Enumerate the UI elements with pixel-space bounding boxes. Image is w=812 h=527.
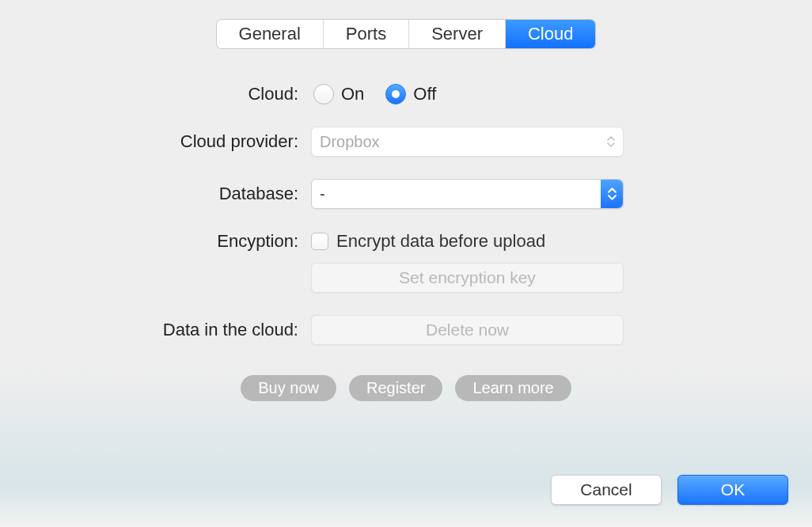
tab-ports[interactable]: Ports <box>324 20 409 48</box>
row-cloud-provider: Cloud provider: Dropbox <box>129 127 683 157</box>
checkbox-box-icon <box>311 233 328 250</box>
radio-on[interactable]: On <box>311 84 364 104</box>
tab-label: General <box>239 24 301 44</box>
database-select[interactable]: - <box>311 179 624 209</box>
label-encryption: Encyption: <box>129 231 311 252</box>
promo-buttons: Buy now Register Learn more <box>129 375 683 401</box>
button-label: Delete now <box>426 320 509 339</box>
row-cloud-toggle: Cloud: On Off <box>129 84 683 104</box>
tab-label: Cloud <box>528 24 573 44</box>
button-label: OK <box>721 480 745 499</box>
radio-on-indicator <box>313 84 334 104</box>
label-cloud-provider: Cloud provider: <box>129 131 311 152</box>
tab-label: Server <box>431 24 483 44</box>
ok-button[interactable]: OK <box>677 475 788 505</box>
learn-more-button[interactable]: Learn more <box>455 375 571 401</box>
button-label: Learn more <box>472 379 553 396</box>
cloud-provider-value: Dropbox <box>320 133 380 151</box>
row-database: Database: - <box>129 179 683 209</box>
tab-label: Ports <box>346 24 386 44</box>
register-button[interactable]: Register <box>349 375 442 401</box>
radio-on-label: On <box>341 84 364 104</box>
button-label: Cancel <box>580 480 632 499</box>
tabs-container: General Ports Server Cloud <box>217 20 596 48</box>
radio-off-indicator <box>385 84 406 104</box>
set-encryption-key-button[interactable]: Set encryption key <box>311 263 624 293</box>
label-database: Database: <box>129 184 311 204</box>
row-encryption: Encyption: Encrypt data before upload <box>129 231 683 252</box>
radio-off[interactable]: Off <box>383 84 436 104</box>
updown-icon <box>607 136 615 147</box>
tab-cloud[interactable]: Cloud <box>506 20 595 48</box>
delete-now-button[interactable]: Delete now <box>311 315 624 345</box>
updown-icon <box>601 180 623 208</box>
cloud-form: Cloud: On Off Cloud provider: <box>129 84 683 401</box>
button-label: Register <box>366 379 425 396</box>
tab-server[interactable]: Server <box>409 20 506 48</box>
button-label: Buy now <box>258 379 319 396</box>
cancel-button[interactable]: Cancel <box>551 475 662 505</box>
dialog-actions: Cancel OK <box>551 475 788 505</box>
tab-general[interactable]: General <box>217 20 324 48</box>
buy-now-button[interactable]: Buy now <box>241 375 336 401</box>
encrypt-checkbox[interactable]: Encrypt data before upload <box>311 231 545 252</box>
row-data-in-cloud: Data in the cloud: Delete now <box>129 315 683 345</box>
button-label: Set encryption key <box>399 268 536 287</box>
tab-bar: General Ports Server Cloud <box>16 20 796 48</box>
cloud-radio-group: On Off <box>311 84 683 104</box>
encrypt-checkbox-label: Encrypt data before upload <box>336 231 545 252</box>
row-set-key: Set encryption key <box>129 263 683 293</box>
database-value: - <box>320 185 325 203</box>
radio-off-label: Off <box>413 84 436 104</box>
label-data-in-cloud: Data in the cloud: <box>129 320 311 340</box>
label-cloud: Cloud: <box>129 84 311 104</box>
cloud-provider-select[interactable]: Dropbox <box>311 127 624 157</box>
preferences-window: General Ports Server Cloud Cloud: On Off <box>0 0 812 527</box>
